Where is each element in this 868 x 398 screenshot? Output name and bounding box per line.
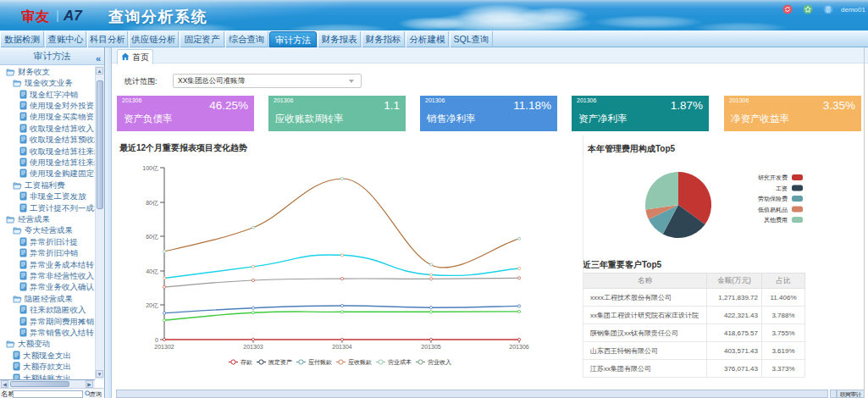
- svg-text:40亿: 40亿: [146, 268, 158, 275]
- svg-text:60亿: 60亿: [146, 234, 158, 240]
- svg-text:固定资产: 固定资产: [268, 359, 292, 366]
- svg-text:201304: 201304: [332, 344, 351, 350]
- svg-text:0: 0: [155, 337, 158, 343]
- svg-text:工资: 工资: [776, 185, 788, 191]
- svg-text:201302: 201302: [154, 344, 174, 350]
- svg-text:100亿: 100亿: [142, 165, 158, 172]
- svg-text:营业收入: 营业收入: [428, 359, 451, 366]
- svg-text:201303: 201303: [243, 344, 263, 350]
- svg-text:应付账款: 应付账款: [308, 358, 332, 366]
- svg-text:其他费用: 其他费用: [764, 217, 788, 224]
- svg-text:存款: 存款: [240, 359, 252, 366]
- svg-text:研究开发费: 研究开发费: [758, 174, 788, 181]
- svg-text:201305: 201305: [421, 344, 440, 350]
- svg-text:20亿: 20亿: [146, 302, 158, 309]
- svg-text:营业成本: 营业成本: [388, 359, 412, 366]
- svg-text:低值易耗品: 低值易耗品: [758, 207, 788, 213]
- svg-text:应收账款: 应收账款: [348, 358, 372, 366]
- svg-text:80亿: 80亿: [146, 200, 158, 207]
- svg-text:201306: 201306: [509, 344, 528, 350]
- svg-text:劳动保险费: 劳动保险费: [758, 196, 788, 202]
